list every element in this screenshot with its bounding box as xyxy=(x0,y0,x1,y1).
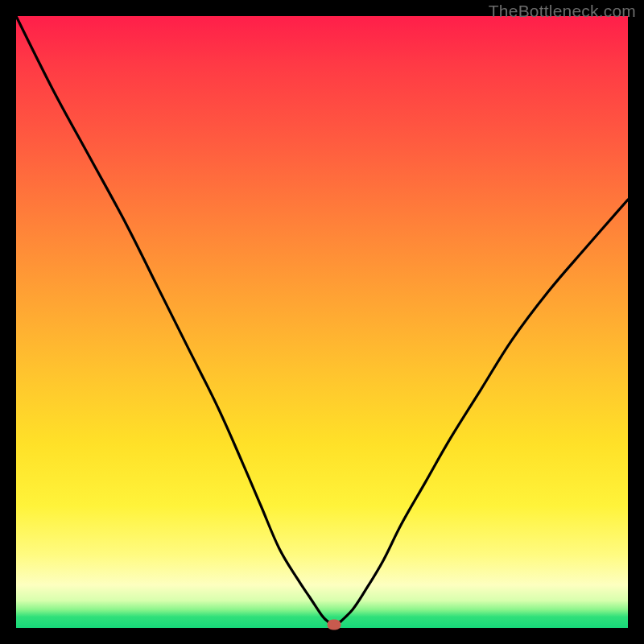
minimum-marker xyxy=(328,620,341,630)
bottleneck-curve xyxy=(16,16,628,628)
plot-area xyxy=(16,16,628,628)
curve-left-branch xyxy=(16,16,328,621)
chart-frame: TheBottleneck.com xyxy=(0,0,644,644)
curve-right-branch xyxy=(341,200,628,621)
